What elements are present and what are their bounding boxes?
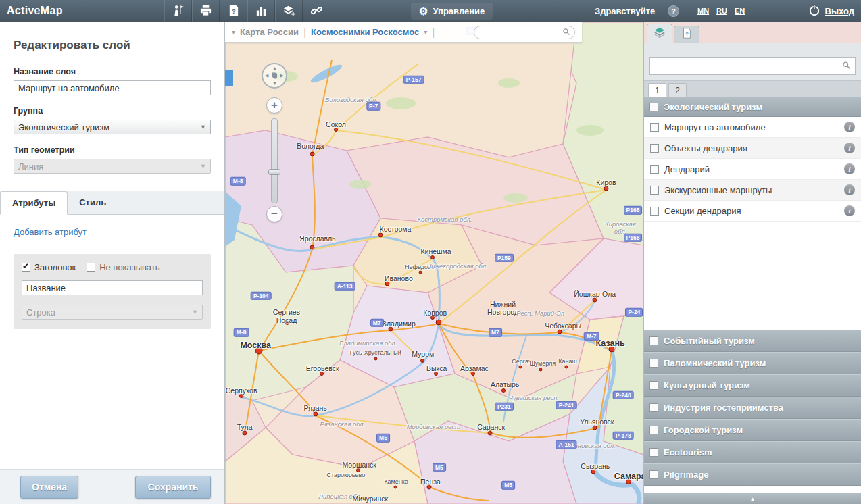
group-checkbox[interactable]	[649, 359, 658, 368]
overlay-layer-select[interactable]: Космоснимки Роскосмос	[311, 27, 419, 37]
group-name-label: Событийный туризм	[664, 336, 755, 346]
hide-checkbox[interactable]	[87, 263, 95, 272]
group-name-label: Культурный туризм	[664, 380, 750, 390]
app-logo[interactable]: ActiveMap	[7, 5, 63, 17]
attribute-name-input[interactable]	[22, 280, 203, 295]
tab-layers[interactable]	[647, 24, 672, 43]
tab-style[interactable]: Стиль	[68, 191, 118, 214]
collapse-arrow-icon: ▲	[750, 496, 756, 502]
map-search-box	[474, 26, 575, 39]
layer-group-header[interactable]: Экологический туризм	[644, 97, 861, 117]
group-checkbox[interactable]	[649, 336, 658, 345]
title-checkbox[interactable]	[22, 263, 30, 272]
collapsed-groups: Событийный туризмПаломнический туризмКул…	[644, 330, 861, 486]
management-button[interactable]: ⚙ Управление	[411, 3, 493, 20]
layer-info-icon[interactable]: i	[844, 184, 855, 195]
lang-mn[interactable]: MN	[697, 7, 709, 15]
group-label: Группа	[14, 106, 211, 116]
print-button[interactable]	[192, 0, 220, 22]
lang-en[interactable]: EN	[735, 7, 745, 15]
collapse-panel-button[interactable]: ▲	[644, 493, 861, 504]
language-switcher: MN RU EN	[697, 7, 745, 15]
group-checkbox[interactable]	[649, 103, 658, 111]
layer-row[interactable]: Дендрарийi	[644, 159, 861, 180]
page-tab-2[interactable]: 2	[668, 83, 687, 97]
hand-icon	[270, 71, 279, 80]
group-checkbox[interactable]	[649, 426, 658, 434]
gear-icon: ⚙	[419, 6, 428, 16]
edit-layer-panel: Редактировать слой Название слоя Группа …	[0, 22, 225, 504]
cancel-button[interactable]: Отмена	[20, 476, 78, 499]
attribute-style-tabs: Атрибуты Стиль	[0, 191, 224, 215]
report-button[interactable]: ?	[220, 0, 247, 22]
layer-info-icon[interactable]: i	[844, 205, 855, 216]
layer-group-header[interactable]: Городской туризм	[644, 419, 861, 441]
group-checkbox[interactable]	[649, 381, 658, 390]
tab-attributes[interactable]: Атрибуты	[0, 191, 68, 215]
layer-checkbox[interactable]	[650, 144, 659, 153]
group-checkbox[interactable]	[649, 448, 658, 457]
panel-footer: Отмена Сохранить	[0, 469, 224, 504]
layer-name-label: Дендрарий	[664, 164, 839, 174]
link-button[interactable]	[303, 0, 330, 22]
layer-name-label: Экскурсионные маршруты	[664, 185, 839, 195]
layers-icon	[654, 26, 666, 41]
zoom-in-button[interactable]: +	[266, 97, 282, 114]
logout-button[interactable]: Выход	[808, 3, 854, 19]
layer-name-label: Секции дендрария	[664, 206, 839, 216]
group-checkbox[interactable]	[649, 470, 658, 479]
attribute-type-select: Строка ▼	[22, 305, 203, 320]
attribute-card: Заголовок Не показывать Строка ▼	[14, 254, 211, 329]
zoom-slider[interactable]	[271, 118, 278, 203]
geometry-type-select: Линия ▼	[14, 159, 211, 174]
pan-down-icon: ▼	[272, 81, 277, 86]
layer-name-label: Объекты дендрария	[664, 143, 839, 153]
layer-row[interactable]: Экскурсионные маршрутыi	[644, 180, 861, 201]
add-layer-button[interactable]	[275, 0, 303, 22]
group-name-label: Паломнический туризм	[664, 358, 766, 368]
pan-control[interactable]: ▲ ▼ ◀ ▶	[262, 63, 287, 89]
layer-group-header[interactable]: Pilgrimage	[644, 463, 861, 486]
add-attribute-link[interactable]: Добавить атрибут	[14, 227, 87, 237]
layer-info-icon[interactable]: i	[844, 143, 855, 153]
lang-ru[interactable]: RU	[716, 7, 727, 15]
layers-panel: ? 1 2 Экологический туризмМаршрут на авт…	[643, 22, 861, 504]
link-icon	[310, 4, 323, 19]
layer-group-header[interactable]: Событийный туризм	[644, 330, 861, 352]
save-button[interactable]: Сохранить	[135, 476, 211, 499]
layer-row[interactable]: Объекты дендрарияi	[644, 138, 861, 159]
layer-checkbox[interactable]	[650, 165, 659, 174]
geometry-type-value: Линия	[18, 161, 43, 172]
zoom-out-button[interactable]: −	[266, 206, 282, 222]
user-location-icon	[172, 4, 184, 19]
page-tab-1[interactable]: 1	[648, 83, 666, 97]
zoom-slider-handle[interactable]	[268, 169, 280, 175]
layer-row[interactable]: Секции дендрарияi	[644, 201, 861, 222]
map-search-input[interactable]	[478, 27, 562, 38]
hide-checkbox-label: Не показывать	[99, 262, 159, 272]
chevron-down-icon: ▼	[200, 124, 206, 130]
layer-info-icon[interactable]: i	[844, 163, 855, 174]
layers-search-input[interactable]	[654, 61, 842, 72]
layer-group-header[interactable]: Паломнический туризм	[644, 352, 861, 374]
statistics-button[interactable]	[247, 0, 275, 22]
tab-legend[interactable]: ?	[674, 26, 699, 43]
divider: |	[303, 26, 306, 39]
layer-checkbox[interactable]	[650, 123, 659, 132]
help-button[interactable]: ?	[668, 5, 679, 17]
layer-group-header[interactable]: Индустрия гостеприимства	[644, 397, 861, 419]
user-location-button[interactable]	[164, 0, 192, 22]
layer-group-header[interactable]: Ecotourism	[644, 441, 861, 463]
group-checkbox[interactable]	[649, 403, 658, 412]
map-canvas[interactable]: Вологодская обл.СоколВологдаКировКостром…	[225, 22, 643, 504]
layer-name-input[interactable]	[14, 80, 211, 95]
legend-question-icon: ?	[681, 27, 693, 42]
panel-title: Редактировать слой	[14, 39, 211, 52]
base-layer-select[interactable]: Карта России	[240, 27, 299, 37]
layer-info-icon[interactable]: i	[844, 122, 855, 132]
layer-checkbox[interactable]	[650, 186, 659, 195]
layer-row[interactable]: Маршрут на автомобилеi	[644, 117, 861, 138]
group-select[interactable]: Экологический туризм ▼	[14, 120, 211, 134]
layer-group-header[interactable]: Культурный туризм	[644, 374, 861, 397]
layer-checkbox[interactable]	[650, 207, 659, 216]
